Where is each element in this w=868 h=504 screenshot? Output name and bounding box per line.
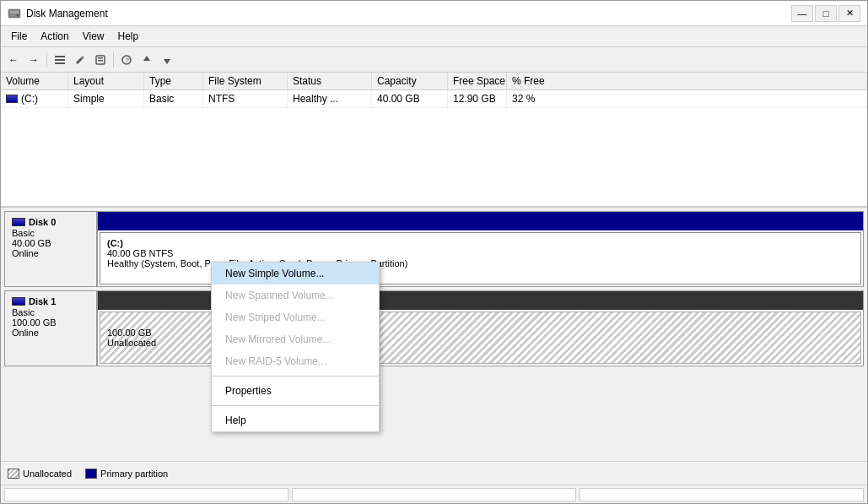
disk-1-label: Disk 1 Basic 100.00 GB Online: [5, 291, 98, 366]
list-icon: [54, 54, 66, 66]
col-capacity[interactable]: Capacity: [372, 73, 448, 89]
volume-table: Volume Layout Type File System Status Ca…: [1, 73, 867, 208]
unallocated-text: Unallocated: [107, 338, 156, 348]
svg-rect-4: [55, 59, 65, 61]
svg-rect-1: [10, 11, 19, 14]
svg-rect-8: [98, 60, 103, 62]
col-status[interactable]: Status: [288, 73, 372, 89]
disk-0-part-size: 40.00 GB NTFS: [107, 248, 854, 258]
disk-1-name: Disk 1: [12, 296, 89, 307]
col-percentfree[interactable]: % Free: [507, 73, 867, 89]
main-window: Disk Management — □ ✕ File Action View H…: [0, 0, 868, 504]
cell-percentfree: 32 %: [507, 90, 867, 107]
table-header: Volume Layout Type File System Status Ca…: [1, 73, 867, 90]
menu-file[interactable]: File: [4, 28, 34, 45]
disk-1-size: 100.00 GB: [12, 317, 89, 328]
toolbar: ← → ?: [1, 47, 867, 73]
toolbar-btn-7[interactable]: [137, 51, 156, 69]
toolbar-sep-1: [46, 52, 47, 68]
title-bar: Disk Management — □ ✕: [1, 1, 867, 26]
col-type[interactable]: Type: [144, 73, 203, 89]
disk-0-name: Disk 0: [12, 217, 89, 228]
toolbar-btn-8[interactable]: [158, 51, 176, 69]
title-bar-buttons: — □ ✕: [791, 5, 860, 22]
svg-point-2: [17, 14, 19, 16]
status-bar: [1, 485, 867, 503]
disk-1-type: Basic: [12, 307, 89, 317]
drive-icon: [6, 95, 18, 103]
svg-rect-3: [55, 56, 65, 57]
toolbar-btn-6[interactable]: ?: [117, 51, 136, 69]
cell-freespace: 12.90 GB: [448, 90, 507, 107]
status-segment-3: [580, 488, 864, 501]
svg-rect-5: [55, 62, 65, 64]
legend-unallocated-label: Unallocated: [23, 469, 72, 479]
disk-1-row: Disk 1 Basic 100.00 GB Online 100.00 GB …: [4, 290, 864, 366]
down-icon: [161, 54, 173, 66]
help-icon: ?: [121, 54, 132, 66]
cell-filesystem: NTFS: [203, 90, 288, 107]
ctx-new-raid5: New RAID-5 Volume...: [212, 350, 379, 372]
legend-primary-box: [85, 469, 97, 479]
cell-type: Basic: [144, 90, 203, 107]
cell-volume: (C:): [1, 90, 68, 107]
maximize-button[interactable]: □: [815, 5, 837, 22]
content-area: Volume Layout Type File System Status Ca…: [1, 73, 867, 461]
title-bar-left: Disk Management: [8, 7, 108, 20]
toolbar-btn-4[interactable]: [71, 51, 89, 69]
close-button[interactable]: ✕: [838, 5, 860, 22]
menu-help[interactable]: Help: [111, 28, 146, 45]
menu-bar: File Action View Help: [1, 26, 867, 47]
unallocated-size: 100.00 GB: [107, 328, 156, 338]
disk-0-status: Online: [12, 248, 89, 258]
disk-1-status: Online: [12, 328, 89, 338]
toolbar-sep-2: [113, 52, 114, 68]
col-volume[interactable]: Volume: [1, 73, 68, 89]
col-layout[interactable]: Layout: [68, 73, 144, 89]
col-freespace[interactable]: Free Space: [448, 73, 507, 89]
col-filesystem[interactable]: File System: [203, 73, 288, 89]
properties-icon: [94, 54, 106, 66]
ctx-properties[interactable]: Properties: [212, 380, 379, 402]
menu-view[interactable]: View: [76, 28, 111, 45]
legend-primary-label: Primary partition: [100, 469, 168, 479]
ctx-new-spanned: New Spanned Volume...: [212, 285, 379, 306]
status-segment-2: [292, 488, 576, 501]
ctx-new-simple[interactable]: New Simple Volume...: [212, 263, 379, 285]
cell-capacity: 40.00 GB: [372, 90, 448, 107]
cell-status: Healthy ...: [288, 90, 372, 107]
disk-0-bar: [98, 212, 863, 230]
ctx-new-striped: New Striped Volume...: [212, 306, 379, 328]
status-segment-1: [4, 488, 288, 501]
legend-unallocated-box: [8, 469, 19, 479]
svg-rect-7: [98, 57, 103, 59]
ctx-new-mirrored: New Mirrored Volume...: [212, 328, 379, 350]
svg-text:?: ?: [126, 57, 130, 64]
legend: Unallocated Primary partition: [1, 461, 867, 485]
edit-icon: [74, 54, 86, 66]
cell-layout: Simple: [68, 90, 144, 107]
disk-panel: Disk 0 Basic 40.00 GB Online (C:) 40.00 …: [1, 208, 867, 461]
disk-0-part-title: (C:): [107, 238, 854, 248]
window-title: Disk Management: [26, 8, 108, 19]
toolbar-btn-5[interactable]: [91, 51, 110, 69]
toolbar-btn-3[interactable]: [51, 51, 69, 69]
ctx-help[interactable]: Help: [212, 409, 379, 431]
table-row[interactable]: (C:) Simple Basic NTFS Healthy ... 40.00…: [1, 90, 867, 108]
legend-primary: Primary partition: [85, 469, 168, 479]
disk-0-row: Disk 0 Basic 40.00 GB Online (C:) 40.00 …: [4, 211, 864, 287]
legend-unallocated: Unallocated: [8, 469, 72, 479]
context-menu: New Simple Volume... New Spanned Volume.…: [211, 262, 380, 432]
back-button[interactable]: ←: [4, 51, 23, 69]
window-icon: [8, 7, 21, 20]
disk-0-type: Basic: [12, 228, 89, 238]
ctx-sep-1: [212, 376, 379, 377]
unallocated-info: 100.00 GB Unallocated: [107, 328, 156, 348]
forward-button[interactable]: →: [24, 51, 43, 69]
disk-0-size: 40.00 GB: [12, 238, 89, 248]
disk-1-icon: [12, 297, 25, 306]
menu-action[interactable]: Action: [34, 28, 75, 45]
minimize-button[interactable]: —: [791, 5, 813, 22]
up-icon: [141, 54, 153, 66]
disk-0-icon: [12, 218, 25, 226]
